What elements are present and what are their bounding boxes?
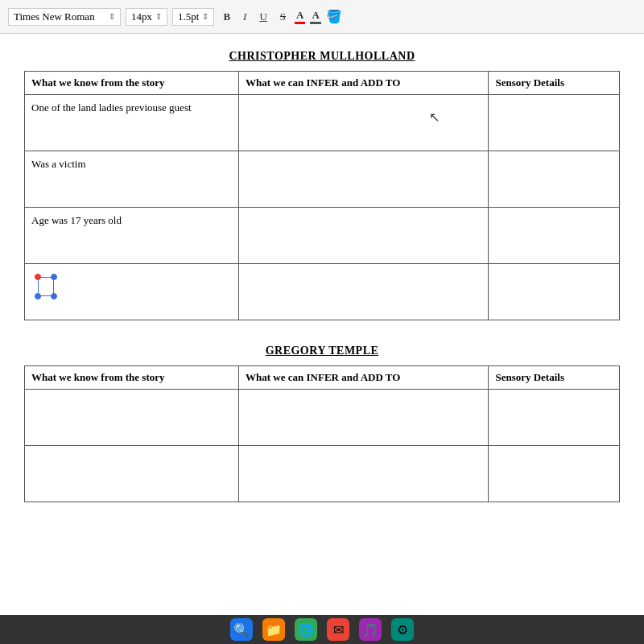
bold-button[interactable]: B (219, 9, 234, 25)
font-name-selector[interactable]: Times New Roman ⇕ (8, 8, 121, 26)
italic-button[interactable]: I (239, 9, 250, 25)
mail-icon: ✉ (333, 622, 344, 638)
g-cell-sensory-1[interactable] (489, 390, 620, 446)
g-cell-sensory-2[interactable] (489, 446, 620, 502)
table-row: Was a victim (25, 151, 620, 208)
underline-button[interactable]: U (255, 9, 270, 25)
section-gregory: GREGORY TEMPLE What we know from the sto… (24, 345, 620, 502)
header-infer: What we can INFER and ADD TO (239, 72, 489, 95)
taskbar: 🔍 📁 🌐 ✉ 🎵 ⚙ (0, 615, 644, 644)
taskbar-icon-music[interactable]: 🎵 (359, 618, 382, 641)
settings-icon: ⚙ (397, 622, 408, 638)
content-area: CHRISTOPHER MULLHOLLAND What we know fro… (0, 34, 644, 644)
paint-bucket-icon[interactable]: 🪣 (326, 9, 342, 24)
corner-br (51, 293, 57, 299)
cell-infer-1[interactable]: ↖ (239, 95, 489, 151)
line-spacing-label: 1.5pt (178, 10, 199, 23)
cell-know-2[interactable]: Was a victim (25, 151, 239, 208)
g-header-sensory: Sensory Details (489, 366, 620, 390)
line-spacing-selector[interactable]: 1.5pt ⇕ (172, 8, 214, 26)
g-cell-know-1[interactable] (25, 390, 239, 446)
table-row (25, 264, 620, 320)
table-row (25, 446, 620, 502)
selection-widget[interactable] (35, 274, 57, 299)
section-christopher-title: CHRISTOPHER MULLHOLLAND (24, 50, 620, 63)
christopher-table: What we know from the story What we can … (24, 71, 620, 320)
table-row: Age was 17 years old (25, 208, 620, 264)
cell-sensory-3[interactable] (489, 208, 620, 264)
cell-infer-2[interactable] (239, 151, 489, 208)
font-name-chevron: ⇕ (109, 12, 115, 21)
taskbar-icon-search[interactable]: 🔍 (230, 618, 253, 641)
gregory-table: What we know from the story What we can … (24, 365, 620, 502)
files-icon: 📁 (266, 622, 282, 638)
christopher-header-row: What we know from the story What we can … (25, 72, 620, 95)
line-spacing-chevron: ⇕ (202, 12, 208, 21)
font-size-chevron: ⇕ (155, 12, 162, 21)
font-name-label: Times New Roman (14, 10, 95, 23)
table-row: One of the land ladies previouse guest ↖ (25, 95, 620, 151)
taskbar-icon-mail[interactable]: ✉ (327, 618, 349, 641)
taskbar-icon-files[interactable]: 📁 (262, 618, 285, 641)
taskbar-icon-browser[interactable]: 🌐 (295, 618, 317, 641)
music-icon: 🎵 (362, 622, 378, 638)
font-color-button[interactable]: A (295, 9, 305, 24)
strikethrough-button[interactable]: S (276, 9, 290, 25)
g-header-infer: What we can INFER and ADD TO (239, 366, 489, 390)
toolbar: Times New Roman ⇕ 14px ⇕ 1.5pt ⇕ B I U S… (0, 0, 644, 34)
highlight-color-button[interactable]: A (310, 9, 320, 24)
header-know: What we know from the story (25, 72, 239, 95)
corner-tr (51, 274, 57, 280)
gregory-header-row: What we know from the story What we can … (25, 366, 620, 390)
font-size-selector[interactable]: 14px ⇕ (126, 8, 167, 26)
cell-sensory-2[interactable] (489, 151, 620, 208)
font-size-label: 14px (131, 10, 152, 23)
section-gregory-title: GREGORY TEMPLE (24, 345, 620, 357)
cell-know-1[interactable]: One of the land ladies previouse guest (25, 95, 239, 151)
g-cell-know-2[interactable] (25, 446, 239, 502)
cursor-icon: ↖ (429, 109, 440, 125)
header-sensory: Sensory Details (489, 72, 620, 95)
taskbar-icon-settings[interactable]: ⚙ (391, 618, 414, 641)
cell-know-3[interactable]: Age was 17 years old (25, 208, 239, 264)
corner-tl (35, 274, 41, 280)
corner-bl (35, 293, 41, 299)
cell-infer-4[interactable] (239, 264, 489, 320)
section-christopher: CHRISTOPHER MULLHOLLAND What we know fro… (24, 50, 620, 320)
g-header-know: What we know from the story (25, 366, 239, 390)
browser-icon: 🌐 (298, 622, 314, 638)
g-cell-infer-2[interactable] (239, 446, 489, 502)
table-row (25, 390, 620, 446)
g-cell-infer-1[interactable] (239, 390, 489, 446)
cell-sensory-4[interactable] (489, 264, 620, 320)
cell-sensory-1[interactable] (489, 95, 620, 151)
cell-infer-3[interactable] (239, 208, 489, 264)
search-icon: 🔍 (233, 622, 250, 638)
cell-know-4[interactable] (25, 264, 239, 320)
